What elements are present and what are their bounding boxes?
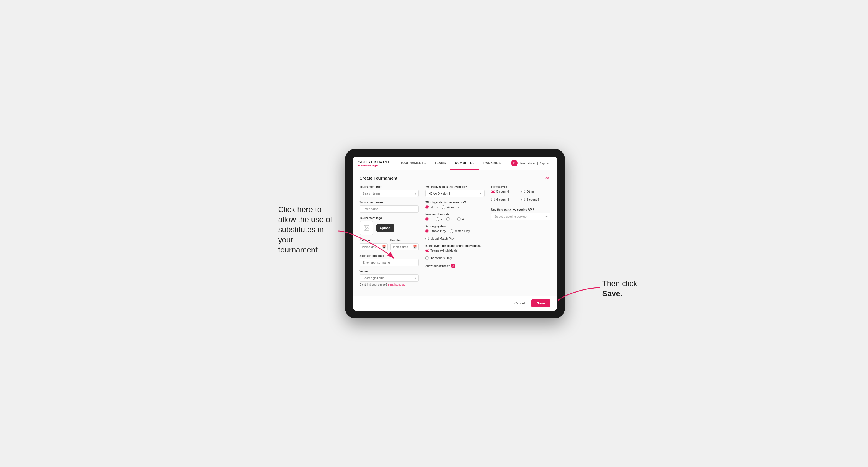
email-support-link[interactable]: email support: [388, 283, 405, 286]
format-type-group: Format type 5 count 4 Other: [491, 185, 551, 204]
allow-substitutes-label: Allow substitutes?: [425, 264, 450, 268]
scoring-medal-radio[interactable]: [425, 237, 429, 241]
scoring-match-play[interactable]: Match Play: [450, 229, 470, 233]
venue-input[interactable]: [360, 274, 419, 282]
gender-radio-group: Mens Womens: [425, 206, 485, 209]
format-type-grid: 5 count 4 Other 6 count 4: [491, 190, 551, 204]
division-label: Which division is the event for?: [425, 185, 485, 188]
rounds-4-radio[interactable]: [457, 217, 461, 221]
format-5count4[interactable]: 5 count 4: [491, 190, 520, 193]
sponsor-group: Sponsor (optional): [360, 254, 419, 266]
event-teams[interactable]: Teams (+Individuals): [425, 249, 458, 252]
scoring-stroke-play[interactable]: Stroke Play: [425, 229, 446, 233]
format-6count4-radio[interactable]: [491, 198, 495, 201]
gender-group: Which gender is the event for? Mens Wome…: [425, 201, 485, 209]
calendar-icon-start: 📅: [382, 245, 386, 249]
format-6count4[interactable]: 6 count 4: [491, 198, 520, 201]
nav-links: TOURNAMENTS TEAMS COMMITTEE RANKINGS: [396, 157, 511, 170]
nav-rankings[interactable]: RANKINGS: [479, 157, 505, 170]
allow-substitutes-checkbox[interactable]: [452, 264, 455, 268]
nav-committee[interactable]: COMMITTEE: [450, 157, 479, 170]
scoring-match-radio[interactable]: [450, 229, 453, 233]
end-date-label: End date: [391, 239, 418, 242]
venue-group: Venue ▾ Can't find your venue? email sup…: [360, 270, 419, 286]
gender-mens[interactable]: Mens: [425, 206, 438, 209]
back-chevron-icon: ‹: [541, 176, 542, 180]
scoring-system-radio-group: Stroke Play Match Play Medal Match Play: [425, 229, 485, 241]
format-6count5-label: 6 count 5: [527, 198, 539, 201]
tablet-frame: SCOREBOARD Powered by clippd TOURNAMENTS…: [345, 149, 565, 318]
gender-womens-radio[interactable]: [442, 206, 445, 209]
rounds-3-radio[interactable]: [446, 217, 450, 221]
form-grid: Tournament Host ▾ Tournament name: [360, 185, 551, 290]
event-teams-label: Teams (+Individuals): [430, 249, 458, 252]
scoring-stroke-radio[interactable]: [425, 229, 429, 233]
col-left: Tournament Host ▾ Tournament name: [360, 185, 419, 290]
gender-womens-label: Womens: [447, 206, 459, 209]
allow-substitutes-group: Allow substitutes?: [425, 264, 485, 268]
format-6count5-radio[interactable]: [521, 198, 525, 201]
event-individuals[interactable]: Individuals Only: [425, 256, 452, 260]
venue-label: Venue: [360, 270, 419, 273]
rounds-1-radio[interactable]: [425, 217, 429, 221]
sponsor-label: Sponsor (optional): [360, 254, 419, 257]
format-5count4-label: 5 count 4: [496, 190, 509, 193]
event-for-label: Is this event for Teams and/or Individua…: [425, 244, 485, 247]
rounds-2-radio[interactable]: [436, 217, 439, 221]
event-for-group: Is this event for Teams and/or Individua…: [425, 244, 485, 260]
start-date-wrapper: 📅: [360, 243, 388, 250]
venue-hint: Can't find your venue? email support: [360, 283, 419, 286]
rounds-1[interactable]: 1: [425, 217, 432, 221]
nav-tournaments[interactable]: TOURNAMENTS: [396, 157, 430, 170]
rounds-1-label: 1: [430, 217, 432, 221]
cancel-button[interactable]: Cancel: [510, 300, 528, 307]
tournament-name-input[interactable]: [360, 206, 419, 213]
tournament-host-input[interactable]: [360, 190, 419, 197]
tablet-screen: SCOREBOARD Powered by clippd TOURNAMENTS…: [353, 157, 557, 311]
end-date-wrapper: 📅: [391, 243, 418, 250]
scoring-api-select[interactable]: Select a scoring service: [491, 213, 551, 220]
format-6count4-label: 6 count 4: [496, 198, 509, 201]
rounds-radio-group: 1 2 3: [425, 217, 485, 221]
rounds-2[interactable]: 2: [436, 217, 442, 221]
event-individuals-label: Individuals Only: [430, 256, 452, 260]
page-header: Create Tournament ‹ Back: [360, 176, 551, 180]
division-select[interactable]: NCAA Division I: [425, 190, 485, 197]
start-date-label: Start date: [360, 239, 388, 242]
date-row: Start date 📅 End date: [360, 239, 419, 250]
format-other[interactable]: Other: [521, 190, 550, 193]
gender-womens[interactable]: Womens: [442, 206, 459, 209]
upload-button[interactable]: Upload: [376, 224, 394, 231]
page-title: Create Tournament: [360, 176, 397, 180]
format-5count4-radio[interactable]: [491, 190, 495, 193]
division-group: Which division is the event for? NCAA Di…: [425, 185, 485, 197]
rounds-2-label: 2: [441, 217, 442, 221]
scoring-system-group: Scoring system Stroke Play Match Play: [425, 225, 485, 241]
back-link[interactable]: ‹ Back: [541, 176, 550, 180]
avatar: B: [511, 160, 518, 166]
scoring-medal-label: Medal Match Play: [430, 237, 455, 240]
logo-scoreboard: SCOREBOARD: [359, 160, 389, 164]
event-individuals-radio[interactable]: [425, 256, 429, 260]
logo-powered: Powered by clippd: [359, 164, 389, 167]
event-for-radio-group: Teams (+Individuals) Individuals Only: [425, 249, 485, 260]
rounds-3-label: 3: [452, 217, 453, 221]
nav-username: blair admin: [520, 161, 535, 165]
nav-teams[interactable]: TEAMS: [430, 157, 450, 170]
sign-out-link[interactable]: Sign out: [540, 161, 551, 165]
format-6count5[interactable]: 6 count 5: [521, 198, 550, 201]
col-right: Format type 5 count 4 Other: [491, 185, 551, 290]
start-date-group: Start date 📅: [360, 239, 388, 250]
sponsor-input[interactable]: [360, 259, 419, 266]
format-other-radio[interactable]: [521, 190, 525, 193]
tournament-host-label: Tournament Host: [360, 185, 419, 188]
rounds-3[interactable]: 3: [446, 217, 453, 221]
scoring-medal-match[interactable]: Medal Match Play: [425, 237, 455, 241]
nav-user: B blair admin | Sign out: [511, 160, 551, 166]
save-button[interactable]: Save: [531, 300, 550, 307]
logo-placeholder: [360, 221, 373, 235]
gender-mens-radio[interactable]: [425, 206, 429, 209]
event-teams-radio[interactable]: [425, 249, 429, 252]
page-content: Create Tournament ‹ Back Tournament Host: [353, 170, 557, 295]
rounds-4[interactable]: 4: [457, 217, 464, 221]
